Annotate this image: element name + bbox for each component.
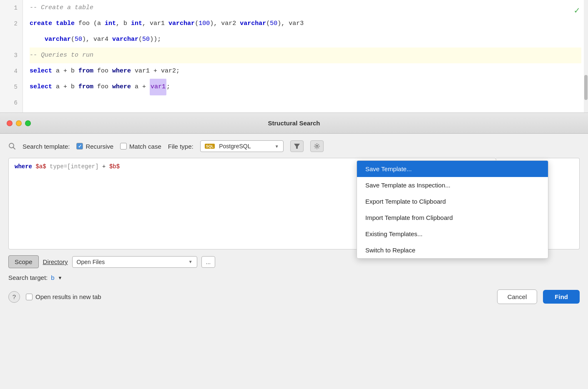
code-line-2b: varchar ( 50 ), var4 varchar ( 50 ));: [30, 32, 581, 47]
menu-item-switch-replace[interactable]: Switch to Replace: [357, 242, 548, 258]
search-target-value[interactable]: b: [51, 274, 54, 281]
dropdown-arrow-icon: ▼: [275, 144, 279, 149]
ellipsis-button[interactable]: ...: [201, 256, 216, 268]
svg-point-3: [316, 145, 318, 147]
find-button[interactable]: Find: [543, 290, 580, 304]
maximize-button[interactable]: [25, 120, 31, 126]
traffic-lights: [7, 120, 31, 126]
settings-icon-button[interactable]: [310, 140, 324, 152]
code-line-2: create table foo (a int , b int , var1 v…: [30, 16, 581, 32]
search-icon: [8, 142, 16, 150]
scrollbar-thumb: [584, 75, 588, 100]
sql-badge: SQL: [205, 144, 215, 149]
search-template-label: Search template:: [23, 143, 70, 150]
filter-icon-button[interactable]: [290, 140, 304, 152]
close-button[interactable]: [7, 120, 13, 126]
cancel-button[interactable]: Cancel: [497, 289, 538, 304]
line-numbers: 1 2 3 4 5 6: [0, 0, 23, 112]
match-case-checkbox-wrap[interactable]: Match case: [120, 143, 161, 150]
code-content[interactable]: -- Create a table create table foo (a in…: [23, 0, 588, 112]
code-line-5: select a + b from foo where a + var1 ;: [30, 79, 581, 95]
toolbar-row: Search template: ✓ Recursive Match case …: [8, 140, 580, 152]
code-line-1: -- Create a table: [30, 0, 581, 16]
menu-item-import-clipboard[interactable]: Import Template from Clipboard: [357, 209, 548, 226]
recursive-label: Recursive: [85, 143, 113, 150]
template-meta-a: type=[integer]: [50, 163, 99, 170]
menu-item-export-clipboard[interactable]: Export Template to Clipboard: [357, 193, 548, 209]
file-type-dropdown[interactable]: SQL PostgreSQL ▼: [200, 140, 284, 152]
checkmark-icon: ✓: [574, 3, 580, 19]
template-keyword: where: [15, 163, 35, 170]
template-operator: +: [102, 163, 109, 170]
open-results-wrap[interactable]: Open results in new tab: [26, 293, 101, 300]
svg-marker-2: [294, 144, 300, 149]
open-results-checkbox[interactable]: [26, 294, 33, 300]
dialog-title: Structural Search: [268, 120, 320, 127]
target-arrow-icon[interactable]: ▼: [58, 275, 63, 280]
search-target-row: Search target: b ▼: [8, 274, 580, 281]
recursive-check-icon: ✓: [78, 144, 82, 149]
file-type-value: PostgreSQL: [219, 143, 251, 150]
code-line-4: select a + b from foo where var1 + var2;: [30, 63, 581, 79]
scope-dropdown[interactable]: Open Files ▼: [72, 256, 197, 268]
menu-item-save-template[interactable]: Save Template...: [357, 161, 548, 177]
svg-line-1: [13, 147, 15, 150]
open-results-label: Open results in new tab: [35, 293, 101, 300]
bottom-row: ? Open results in new tab Cancel Find: [8, 289, 580, 304]
scope-button[interactable]: Scope: [8, 255, 39, 268]
directory-button[interactable]: Directory: [43, 258, 68, 265]
match-case-checkbox[interactable]: [120, 143, 127, 150]
recursive-checkbox[interactable]: ✓: [76, 143, 83, 150]
title-bar: Structural Search: [0, 113, 588, 134]
template-var-b: $b$: [109, 163, 120, 170]
template-var-a: $a$: [35, 163, 46, 170]
help-button[interactable]: ?: [8, 291, 20, 303]
code-line-3: -- Queries to run: [30, 47, 581, 63]
menu-item-save-inspection[interactable]: Save Template as Inspection...: [357, 177, 548, 193]
search-target-label: Search target:: [8, 274, 48, 281]
recursive-checkbox-wrap[interactable]: ✓ Recursive: [76, 143, 113, 150]
file-type-label: File type:: [168, 143, 193, 150]
menu-item-existing-templates[interactable]: Existing Templates...: [357, 226, 548, 242]
scope-dropdown-arrow: ▼: [188, 259, 193, 264]
dropdown-menu: Save Template... Save Template as Inspec…: [357, 160, 548, 259]
code-editor: 1 2 3 4 5 6 -- Create a table create tab…: [0, 0, 588, 112]
match-case-label: Match case: [129, 143, 161, 150]
scope-value: Open Files: [77, 259, 105, 265]
minimize-button[interactable]: [16, 120, 22, 126]
scrollbar-vertical[interactable]: [584, 0, 588, 112]
code-line-6: [30, 95, 581, 111]
